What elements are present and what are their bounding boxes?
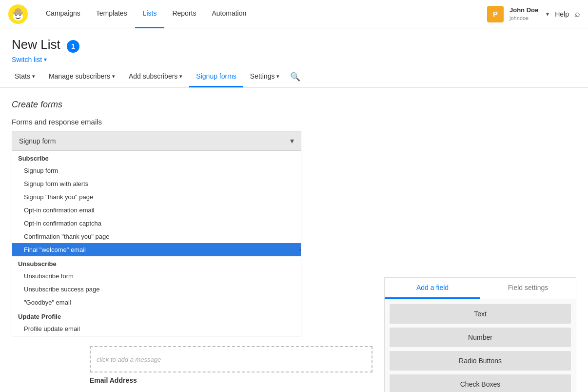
group-update-profile: Update Profile [12,309,301,322]
dropdown-header[interactable]: Signup form ▾ [12,131,301,151]
page-header: New List 1 Switch list ▾ [0,28,588,64]
right-panel: Add a field Field settings Text Number R… [384,277,576,392]
sub-nav-signup[interactable]: Signup forms [189,66,243,87]
settings-arrow: ▾ [276,73,279,80]
switch-list[interactable]: Switch list ▾ [12,56,47,63]
switch-list-arrow: ▾ [44,56,47,63]
nav-campaigns[interactable]: Campaigns [38,0,88,28]
svg-point-7 [13,12,16,14]
field-button-number[interactable]: Number [390,328,571,347]
field-button-checkboxes[interactable]: Check Boxes [390,374,571,392]
option-welcome-email[interactable]: Final "welcome" email [12,243,301,256]
option-signup-form-alerts[interactable]: Signup form with alerts [12,177,301,190]
field-button-radio[interactable]: Radio Buttons [390,351,571,371]
section-title: Create forms [12,100,576,110]
user-handle: johndoe [510,15,538,21]
main-layout: Signup form ▾ Subscribe Signup form Sign… [12,131,576,392]
tab-add-field[interactable]: Add a field [385,278,480,299]
field-buttons: Text Number Radio Buttons Check Boxes [385,299,576,392]
right-panel-tabs: Add a field Field settings [385,278,576,299]
selected-option-wrapper: Final "welcome" email 1 [12,243,301,256]
option-optin-captcha[interactable]: Opt-in confirmation captcha [12,217,301,230]
group-subscribe: Subscribe [12,151,301,164]
option-profile-email[interactable]: Profile update email [12,322,301,335]
nav-right: P John Doe johndoe ▾ Help ⌕ [487,6,580,22]
sub-nav-search-icon[interactable]: 🔍 [290,72,300,82]
user-dropdown-arrow[interactable]: ▾ [546,11,549,18]
sub-nav-manage[interactable]: Manage subscribers ▾ [42,66,122,87]
option-optin-confirm[interactable]: Opt-in confirmation email [12,204,301,217]
dropdown-wrapper: Signup form ▾ Subscribe Signup form Sign… [12,131,301,336]
option-unsubscribe-form[interactable]: Unsubscribe form [12,269,301,283]
help-link[interactable]: Help [555,10,569,18]
avatar: P [487,6,504,22]
option-signup-thankyou[interactable]: Signup "thank you" page [12,190,301,204]
bottom-area: click to add a message Email Address [12,346,372,392]
content: Create forms Forms and response emails S… [0,88,588,392]
group-unsubscribe: Unsubscribe [12,256,301,269]
dropdown-arrow-icon: ▾ [290,136,294,145]
field-button-text[interactable]: Text [390,304,571,324]
sub-nav-settings[interactable]: Settings ▾ [243,66,287,87]
nav-lists[interactable]: Lists [135,0,165,28]
email-compose-area[interactable]: click to add a message [90,346,372,372]
email-address-label: Email Address [90,376,372,384]
manage-arrow: ▾ [112,73,115,80]
sub-nav-stats[interactable]: Stats ▾ [8,66,42,87]
arrow-line [299,249,301,250]
list-badge: 1 [67,40,79,53]
forms-label: Forms and response emails [12,118,576,126]
option-goodbye-email[interactable]: "Goodbye" email [12,296,301,309]
stats-arrow: ▾ [32,73,35,80]
nav-templates[interactable]: Templates [88,0,135,28]
user-info: John Doe johndoe [510,6,538,21]
page-title: New List 1 [12,37,576,53]
arrow-indicator: 1 [299,243,301,257]
nav-reports[interactable]: Reports [164,0,204,28]
option-unsubscribe-success[interactable]: Unsubscribe success page [12,283,301,296]
sub-nav: Stats ▾ Manage subscribers ▾ Add subscri… [0,66,588,88]
search-icon[interactable]: ⌕ [575,9,580,19]
svg-point-8 [20,12,23,14]
option-signup-form[interactable]: Signup form [12,164,301,177]
nav-automation[interactable]: Automation [204,0,254,28]
sub-nav-add[interactable]: Add subscribers ▾ [122,66,189,87]
left-panel: Signup form ▾ Subscribe Signup form Sign… [12,131,372,392]
add-arrow: ▾ [179,73,182,80]
option-profile-email-sent[interactable]: Profile update email sent [12,335,301,336]
logo[interactable] [8,4,28,24]
user-name: John Doe [510,6,538,15]
tab-field-settings[interactable]: Field settings [480,278,576,299]
top-nav: Campaigns Templates Lists Reports Automa… [0,0,588,28]
option-confirm-thankyou[interactable]: Confirmation "thank you" page [12,230,301,243]
nav-links: Campaigns Templates Lists Reports Automa… [38,0,487,28]
dropdown-list[interactable]: Subscribe Signup form Signup form with a… [12,151,301,336]
